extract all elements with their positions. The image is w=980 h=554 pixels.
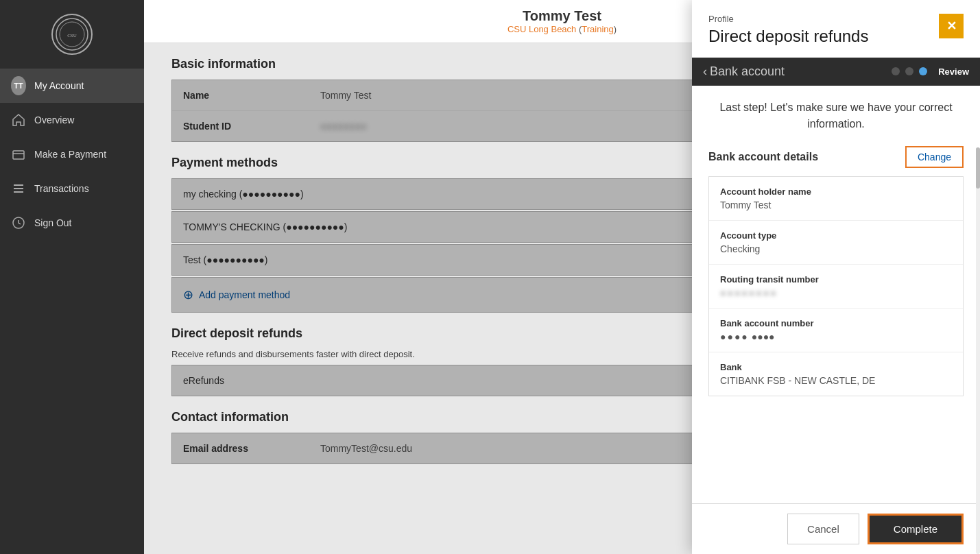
- home-icon: [11, 112, 26, 128]
- routing-number-label: Routing transit number: [720, 274, 952, 285]
- account-type-label: Account type: [720, 230, 952, 241]
- sidebar-label-transactions: Transactions: [34, 183, 89, 194]
- complete-button[interactable]: Complete: [868, 514, 964, 544]
- bank-account-number-row: Bank account number ●●●● ●●●●: [709, 309, 963, 352]
- scrollbar-thumb[interactable]: [976, 147, 980, 189]
- panel-navigation: ‹ Bank account Review: [692, 58, 980, 86]
- step-indicators: [892, 67, 927, 75]
- sidebar-label-overview: Overview: [34, 115, 74, 125]
- panel-body: Last step! Let's make sure we have your …: [692, 86, 980, 503]
- panel-footer: Cancel Complete: [692, 503, 980, 554]
- step-3-dot: [919, 67, 927, 75]
- close-panel-button[interactable]: ✕: [939, 14, 964, 38]
- panel-subtitle: Last step! Let's make sure we have your …: [708, 99, 964, 132]
- transactions-icon: [11, 181, 26, 196]
- sidebar-item-make-payment[interactable]: Make a Payment: [0, 137, 144, 171]
- training-badge: Training: [582, 24, 613, 34]
- plus-icon: ⊕: [183, 287, 193, 302]
- sidebar-item-sign-out[interactable]: Sign Out: [0, 206, 144, 240]
- sidebar-logo: CSU: [0, 0, 144, 69]
- sidebar-item-transactions[interactable]: Transactions: [0, 171, 144, 206]
- svg-rect-3: [13, 151, 24, 159]
- user-avatar-icon: TT: [11, 78, 26, 93]
- name-label: Name: [183, 90, 320, 101]
- svg-text:CSU: CSU: [67, 33, 77, 38]
- account-holder-row: Account holder name Tommy Test: [709, 177, 963, 221]
- student-id-value: ●●●●●●●●: [320, 121, 367, 132]
- signout-icon: [11, 215, 26, 230]
- panel-title: Direct deposit refunds: [708, 27, 868, 47]
- add-method-label: Add payment method: [199, 289, 290, 300]
- close-icon: ✕: [946, 19, 957, 34]
- step-1-dot: [892, 67, 900, 75]
- email-label: Email address: [183, 443, 320, 454]
- school-logo: CSU: [51, 14, 93, 55]
- routing-number-value: ●●●●●●●●: [720, 287, 952, 298]
- bank-account-number-value: ●●●● ●●●●: [720, 331, 952, 342]
- account-type-row: Account type Checking: [709, 221, 963, 265]
- current-step-label: Review: [938, 67, 969, 77]
- chevron-left-icon: ‹: [703, 64, 707, 79]
- student-id-label: Student ID: [183, 121, 320, 132]
- sidebar-item-my-account[interactable]: TT My Account: [0, 69, 144, 103]
- scrollbar-track[interactable]: [976, 147, 980, 554]
- bank-account-number-label: Bank account number: [720, 318, 952, 328]
- sidebar-label-make-payment: Make a Payment: [34, 149, 106, 160]
- account-holder-value: Tommy Test: [720, 200, 952, 210]
- back-to-bank-account-button[interactable]: ‹ Bank account: [703, 64, 785, 79]
- bank-detail-card: Account holder name Tommy Test Account t…: [708, 176, 964, 396]
- panel-profile-label: Profile: [708, 14, 868, 24]
- sidebar: CSU TT My Account Overview Make a Paymen…: [0, 0, 144, 554]
- bank-name-row: Bank CITIBANK FSB - NEW CASTLE, DE: [709, 352, 963, 396]
- panel-header-text: Profile Direct deposit refunds: [708, 14, 868, 47]
- bank-name-value: CITIBANK FSB - NEW CASTLE, DE: [720, 375, 952, 386]
- email-value: TommyTest@csu.edu: [320, 443, 412, 454]
- svg-rect-4: [14, 184, 23, 186]
- bank-details-header: Bank account details Change: [708, 146, 964, 168]
- cancel-button[interactable]: Cancel: [787, 514, 859, 544]
- change-button[interactable]: Change: [905, 146, 964, 168]
- step-2-dot: [905, 67, 913, 75]
- sidebar-item-overview[interactable]: Overview: [0, 103, 144, 137]
- main-content: Tommy Test CSU Long Beach (Training) Bas…: [144, 0, 980, 554]
- bank-name-label: Bank: [720, 362, 952, 372]
- back-label: Bank account: [710, 64, 785, 79]
- name-value: Tommy Test: [320, 90, 371, 101]
- sidebar-label-my-account: My Account: [34, 80, 84, 91]
- bank-details-title: Bank account details: [708, 151, 818, 163]
- payment-icon: [11, 147, 26, 162]
- account-holder-label: Account holder name: [720, 186, 952, 197]
- routing-number-row: Routing transit number ●●●●●●●●: [709, 265, 963, 309]
- sidebar-label-sign-out: Sign Out: [34, 217, 71, 228]
- svg-rect-6: [14, 191, 23, 193]
- account-type-value: Checking: [720, 243, 952, 254]
- panel-header: Profile Direct deposit refunds ✕: [692, 0, 980, 47]
- svg-rect-5: [14, 188, 23, 189]
- panel-overlay: Profile Direct deposit refunds ✕ ‹ Bank …: [692, 0, 980, 554]
